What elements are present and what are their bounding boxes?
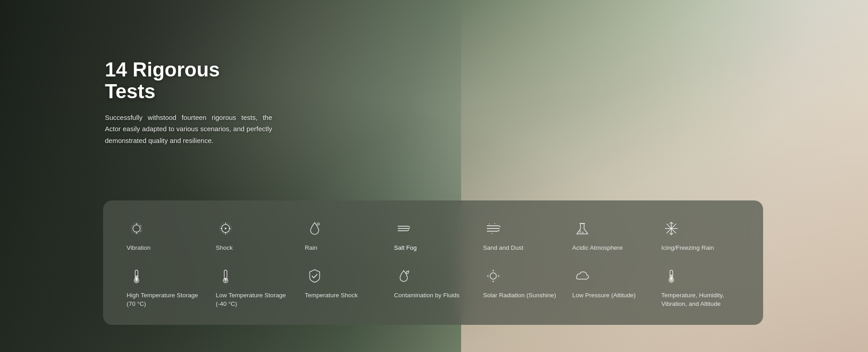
test-label-low-pressure: Low Pressure (Altitude): [572, 291, 636, 300]
hero-title: 14 Rigorous Tests: [105, 59, 272, 103]
test-item-vibration: Vibration: [121, 219, 210, 252]
svg-point-24: [579, 231, 581, 233]
temp-hum-vib-icon: [661, 266, 681, 286]
salt-fog-icon: [394, 219, 414, 238]
test-item-icing: Icing/Freezing Rain: [656, 219, 745, 252]
test-label-sand-dust: Sand and Dust: [483, 244, 524, 252]
svg-point-43: [408, 271, 409, 271]
test-label-icing: Icing/Freezing Rain: [661, 244, 714, 252]
test-item-low-temp: Low Temperature Storage (-40 °C): [210, 266, 299, 309]
hero-description: Successfully withstood fourteen rigorous…: [105, 112, 272, 147]
test-item-salt-fog: Salt Fog: [388, 219, 477, 252]
svg-point-42: [406, 271, 409, 274]
test-label-low-temp: Low Temperature Storage (-40 °C): [216, 291, 294, 309]
svg-point-53: [670, 279, 673, 281]
svg-point-37: [135, 279, 138, 282]
thermometer-low-icon: [216, 266, 236, 286]
svg-line-5: [140, 231, 142, 232]
test-label-shock: Shock: [216, 244, 233, 252]
tests-card: Vibration Shock: [103, 200, 763, 325]
test-item-sand-dust: Sand and Dust: [478, 219, 567, 252]
test-item-contamination: Contamination by Fluids: [388, 266, 477, 309]
thermometer-high-icon: [127, 266, 146, 286]
test-label-temp-shock: Temperature Shock: [305, 291, 358, 300]
svg-line-4: [140, 225, 142, 226]
contamination-icon: [394, 266, 414, 286]
test-label-contamination: Contamination by Fluids: [394, 291, 459, 300]
svg-point-41: [224, 279, 227, 282]
svg-point-22: [491, 233, 492, 234]
svg-point-44: [490, 273, 496, 279]
test-item-acidic: Acidic Atmosphere: [567, 219, 656, 252]
test-label-vibration: Vibration: [127, 244, 151, 252]
svg-point-0: [133, 225, 140, 232]
svg-point-45: [488, 271, 499, 281]
tests-grid-row1: Vibration Shock: [121, 219, 745, 309]
vibration-icon: [127, 219, 146, 238]
low-pressure-icon: [572, 266, 592, 286]
solar-icon: [483, 266, 503, 286]
svg-point-20: [489, 224, 490, 224]
test-item-temp-hum-vib: Temperature, Humidity, Vibration, and Al…: [656, 266, 745, 309]
shock-icon: [216, 219, 236, 238]
test-label-high-temp: High Temperature Storage (70 °C): [127, 291, 205, 309]
icing-icon: [661, 219, 681, 238]
test-item-high-temp: High Temperature Storage (70 °C): [121, 266, 210, 309]
test-item-temp-shock: Temperature Shock: [299, 266, 388, 309]
test-item-low-pressure: Low Pressure (Altitude): [567, 266, 656, 309]
svg-point-25: [582, 232, 583, 233]
svg-point-21: [494, 223, 495, 224]
test-label-temp-hum-vib: Temperature, Humidity, Vibration, and Al…: [661, 291, 740, 309]
test-item-rain: Rain: [299, 219, 388, 252]
sand-dust-icon: [483, 219, 503, 238]
svg-point-13: [317, 223, 320, 225]
test-label-salt-fog: Salt Fog: [394, 244, 416, 252]
svg-rect-38: [224, 270, 227, 279]
test-item-solar: Solar Radiation (Sunshine): [478, 266, 567, 309]
svg-point-12: [225, 228, 226, 229]
rain-icon: [305, 219, 325, 238]
test-item-shock: Shock: [210, 219, 299, 252]
test-label-acidic: Acidic Atmosphere: [572, 244, 623, 252]
test-label-rain: Rain: [305, 244, 317, 252]
hero-section: 14 Rigorous Tests Successfully withstood…: [105, 59, 272, 146]
temp-shock-icon: [305, 266, 325, 286]
acidic-icon: [572, 219, 592, 238]
test-label-solar: Solar Radiation (Sunshine): [483, 291, 556, 300]
